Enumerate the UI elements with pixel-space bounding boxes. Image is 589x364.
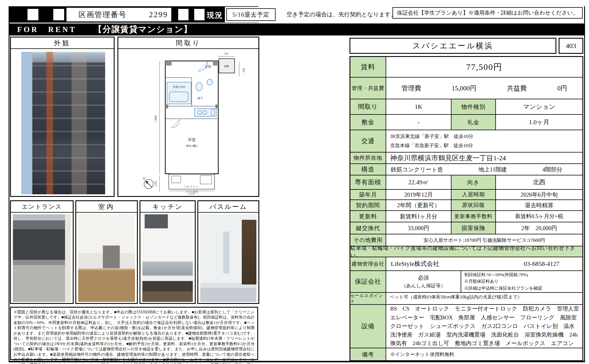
- management-company: LifeStyle株式会社: [391, 260, 439, 268]
- property-table: 賃料 77,500円 管理・共益費 管理費 15,000円 共益費 0円 間取り…: [350, 56, 583, 361]
- balcony-label: バルコニー: [184, 185, 199, 188]
- header-white-box-2: [53, 9, 64, 20]
- room-number-box: 403: [559, 38, 583, 54]
- deposit-label: 敷金: [350, 115, 386, 130]
- other-fees-label: その他費用: [350, 234, 386, 246]
- disclaimer-text: ※図面と現状が異なる場合は、現状が優先となります。■申込の際はITANDIBBに…: [10, 307, 258, 360]
- equipment-value: BS CS オートロック モニター付オートロック 防犯カメラ 管理人室 エレベー…: [386, 305, 582, 348]
- meter-box-label: MB: [224, 64, 229, 68]
- row-other-fees: その他費用 安心入居サポート:18700円 引越虫駆除サービス:17600円: [350, 234, 582, 246]
- direction-label: 向き: [451, 175, 496, 189]
- row-rent: 賃料 77,500円: [350, 57, 582, 78]
- status-value-box: 5/16退去予定: [226, 8, 276, 21]
- row-area: 専有面積 22.49㎡ 向き 北西: [350, 175, 582, 190]
- keymoney-label: 礼金: [451, 115, 496, 130]
- equipment-label: 設備: [350, 305, 386, 348]
- floorplan-drawing: 550 800 7,000 1,285 3,150 MB 玄関: [122, 50, 255, 195]
- compass-icon: N: [143, 177, 153, 189]
- restore-label: 原状回復: [451, 200, 496, 210]
- row-address: 物件所在地 神奈川県横浜市鶴見区生麦一丁目1-24: [350, 153, 582, 164]
- rental-flyer: 区画管理番号 2299 現況 5/16退去予定 空き予定の場合は、先行契約となり…: [0, 0, 589, 364]
- row-access: 交通 JR京浜東北線「新子安」駅 徒歩10分 京急本線「京急新子安」駅 徒歩10…: [350, 130, 582, 153]
- bathroom-photo: [200, 214, 256, 302]
- row-parking-note: 駐車場・駐輪場・バイク置場等の建物設備については下記建物管理会社へお問い合わせ下…: [350, 246, 582, 257]
- movein-value: 2026年6月中旬: [496, 190, 582, 199]
- hallway-label: 廊下: [197, 97, 203, 100]
- row-layout: 間取り 1K 物件種別 マンション: [350, 99, 582, 115]
- structure-type: 鉄筋コンクリート造: [391, 166, 443, 173]
- kitchen-title: キッチン: [140, 201, 195, 213]
- row-renewal: 更新料 新賃料1ヶ月分 更新事務手数料 新賃料0.5ヶ月分+税: [350, 211, 582, 222]
- entrance-hall-label: 玄関: [205, 65, 211, 68]
- bathroom-title: バスルーム: [198, 201, 258, 213]
- built-value: 2019年12月: [386, 190, 451, 199]
- row-contract: 契約期間 2年間（更新可） 原状回復 退去時精算: [350, 200, 582, 211]
- entrance-photo: [13, 214, 71, 302]
- guarantor-note-1: 初回保証料:50～60%(外国籍:70%): [464, 272, 528, 278]
- header-white-box-1: [28, 9, 38, 20]
- rent-value: 77,500円: [386, 57, 582, 77]
- management-value: LifeStyle株式会社 03-6858-4127: [386, 257, 582, 270]
- western-room-label: 洋室: [188, 138, 196, 142]
- interior-panel: 室内: [75, 200, 138, 304]
- structure-label: 構造: [350, 164, 386, 175]
- guarantor-note-3: ※詳細は申込時に保証会社プランを確認: [464, 285, 542, 292]
- mgmt-fee-key: 管理費: [401, 84, 421, 93]
- contract-value: 2年間（更新可）: [386, 200, 451, 210]
- guarantor-required: 必須: [418, 274, 429, 282]
- row-equipment: 設備 BS CS オートロック モニター付オートロック 防犯カメラ 管理人室 エ…: [350, 305, 582, 348]
- access-line-2: 京急本線「京急新子安」駅 徒歩10分: [390, 141, 473, 150]
- renewal-value: 新賃料1ヶ月分: [386, 211, 451, 222]
- fees-value: 管理費 15,000円 共益費 0円: [386, 78, 582, 99]
- keymoney-value: 1.0ヶ月: [496, 115, 582, 130]
- type-label: 物件種別: [451, 99, 496, 114]
- fees-label: 管理・共益費: [350, 78, 386, 99]
- header-white-box-4: [194, 9, 205, 20]
- row-remarks: 備考 ※インターネット使用料無料: [350, 348, 582, 360]
- entrance-title: エントランス: [11, 201, 73, 213]
- access-label: 交通: [350, 130, 386, 152]
- common-fee-value: 0円: [557, 84, 567, 93]
- kitchen-panel: キッチン: [140, 200, 196, 304]
- bathroom-panel: バスルーム: [197, 200, 259, 304]
- lot-number-box: 区画管理番号 2299: [66, 8, 171, 21]
- exterior-title: 外観: [11, 37, 114, 49]
- exterior-panel: 外観: [10, 37, 115, 197]
- access-line-1: JR京浜東北線「新子安」駅 徒歩10分: [390, 132, 473, 141]
- remarks-label: 備考: [350, 348, 386, 360]
- guarantor-requirement: 必須 （あんしん保証等）: [386, 271, 461, 292]
- dim-left-lower: 1,285: [154, 181, 157, 187]
- address-value: 神奈川県横浜市鶴見区生麦一丁目1-24: [386, 153, 582, 163]
- access-value: JR京浜東北線「新子安」駅 徒歩10分 京急本線「京急新子安」駅 徒歩10分: [386, 130, 582, 152]
- bathroom-label: 浴室(1004): [173, 85, 185, 89]
- row-guarantor: 保証会社 必須 （あんしん保証等） 初回保証料:50～60%(外国籍:70%) …: [350, 271, 582, 293]
- insurance-label: 損害保険: [451, 222, 496, 234]
- dim-right: 800: [242, 68, 245, 72]
- parking-note: 駐車場・駐輪場・バイク置場等の建物設備については下記建物管理会社へお問い合わせ下…: [350, 246, 582, 257]
- renewal-admin-value: 新賃料0.5ヶ月分+税: [496, 211, 582, 222]
- common-fee-key: 共益費: [507, 84, 527, 93]
- keyexchange-label: 鍵交換代: [350, 222, 386, 234]
- for-rent-bar: FOR RENT 【分譲賃貸マンション】: [9, 23, 585, 35]
- category-label: 【分譲賃貸マンション】: [94, 24, 192, 35]
- structure-floor: 4階部分: [542, 166, 562, 173]
- floorplan-title: 間取り: [118, 37, 258, 49]
- guarantor-company: （あんしん保証等）: [401, 282, 446, 290]
- remarks-value: ※インターネット使用料無料: [386, 348, 582, 360]
- layout-label: 間取り: [350, 99, 386, 114]
- type-value: マンション: [496, 99, 582, 114]
- interior-title: 室内: [76, 201, 137, 213]
- dim-top: 550: [224, 52, 228, 55]
- floorplan-panel: 間取り 550 800 7,000 1,285 3,150 MB: [117, 37, 259, 197]
- layout-value: 1K: [386, 99, 451, 114]
- management-label: 建物管理会社: [350, 257, 386, 270]
- management-phone: 03-6858-4127: [524, 260, 559, 268]
- kitchen-photo: [142, 214, 193, 302]
- mgmt-fee-value: 15,000円: [452, 84, 476, 93]
- guarantor-plan-note-box: 保証会社【学生プランあり】※適用条件・詳細はお問い合わせください。: [392, 7, 583, 19]
- row-built: 築年月 2019年12月 入居時期 2026年6月中旬: [350, 190, 582, 200]
- area-value: 22.49㎡: [386, 175, 451, 189]
- movein-label: 入居時期: [451, 190, 496, 199]
- address-label: 物件所在地: [350, 153, 386, 163]
- building-name-box: スパシエエール横浜: [350, 38, 556, 54]
